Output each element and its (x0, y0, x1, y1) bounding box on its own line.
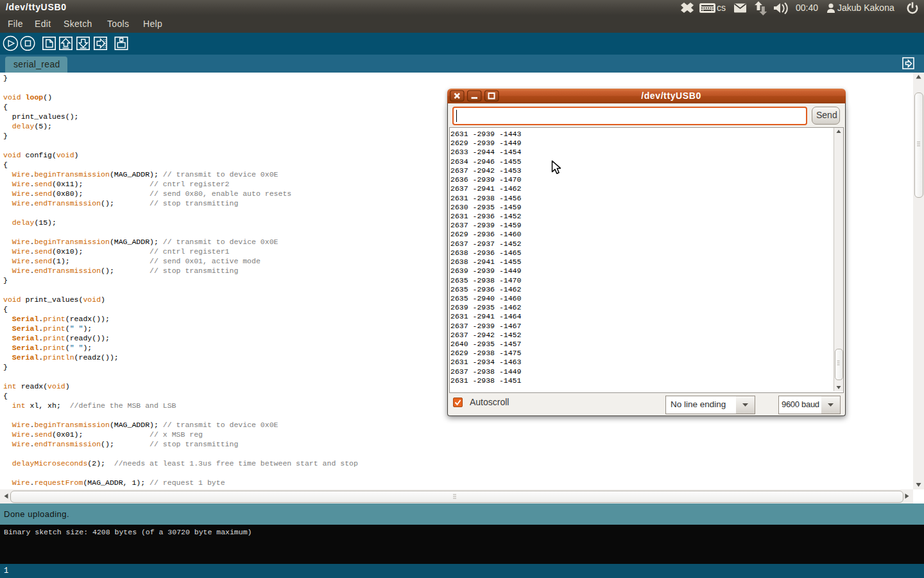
svg-text:cs: cs (717, 3, 726, 13)
svg-text:Jakub Kakona: Jakub Kakona (837, 3, 894, 13)
svg-text:00:40: 00:40 (796, 3, 818, 13)
